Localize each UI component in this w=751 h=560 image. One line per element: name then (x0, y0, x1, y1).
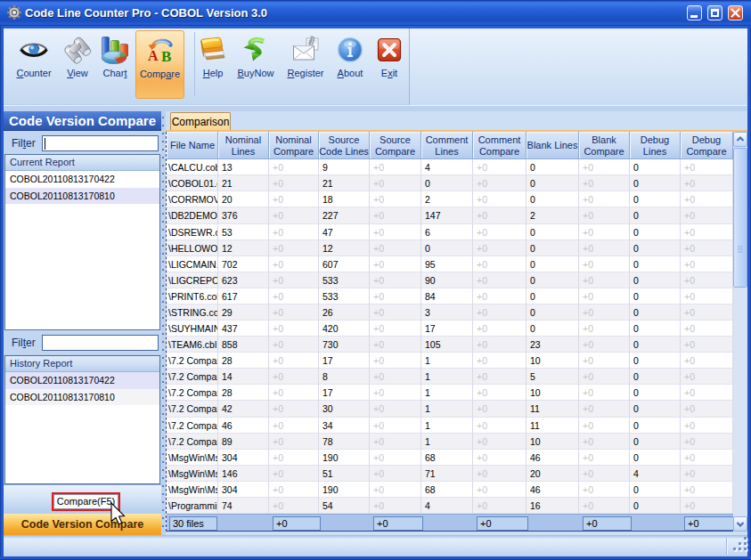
svg-text:A: A (148, 48, 159, 63)
svg-text:B: B (161, 48, 171, 65)
